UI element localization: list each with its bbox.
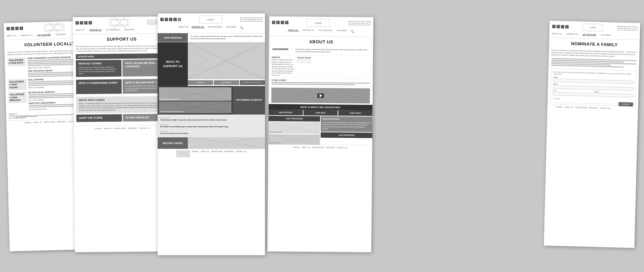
submit-button[interactable]: SUBMIT xyxy=(619,102,633,106)
social-icons-2: f t i y xyxy=(75,21,92,25)
nav3-about[interactable]: ABOUT US xyxy=(179,26,188,30)
ig3-icon[interactable]: i xyxy=(169,18,172,21)
video-player[interactable] xyxy=(271,88,370,104)
footer2-donate[interactable]: DONATE xyxy=(95,127,102,129)
nav-about[interactable]: ABOUT US xyxy=(7,35,16,37)
history-cell[interactable]: OUR HISTORY xyxy=(268,110,303,116)
page-title-4: ABOUT US xyxy=(272,39,370,45)
state-input[interactable] xyxy=(594,93,633,97)
city-input[interactable] xyxy=(553,92,592,96)
nav5-galleries[interactable]: GALLERIES xyxy=(601,34,611,36)
footer3-about[interactable]: ABOUT US xyxy=(201,150,209,157)
programs-cell[interactable]: OUR PROGRAMS xyxy=(268,116,320,122)
qual-cell: QUALIFICATIONS To qualify for Bert's Big… xyxy=(321,116,372,132)
tw-icon[interactable]: t xyxy=(80,21,83,25)
footer5-contact[interactable]: CONTACT US xyxy=(599,107,610,109)
footer4-press[interactable]: PRESS ROOM xyxy=(312,146,324,148)
instagram-icon[interactable]: i xyxy=(15,27,18,30)
yt3-icon[interactable]: y xyxy=(173,18,177,21)
footer-partners[interactable]: PARTNERS xyxy=(57,121,66,123)
footer3-partners[interactable]: PARTNERS xyxy=(225,150,234,157)
donate-text: Make an instant Credit Card donation usi… xyxy=(272,59,295,77)
shop-inkind-row: SHOP THE STORE IN-KIND WISHLIST xyxy=(76,114,168,123)
footer-3: DONATE ABOUT US PRESS ROOM PARTNERS CONT… xyxy=(158,149,265,158)
footer-donate[interactable]: DONATE xyxy=(24,122,32,124)
footer5-partners[interactable]: PARTNERS xyxy=(589,107,598,109)
play-button[interactable] xyxy=(317,93,324,98)
footer3-contact[interactable]: CONTACT US xyxy=(235,150,246,157)
footer3-donate[interactable]: DONATE xyxy=(192,150,199,157)
tw4-icon[interactable]: t xyxy=(276,21,280,24)
ig4-icon[interactable]: i xyxy=(281,21,284,24)
fb4-icon[interactable]: f xyxy=(272,21,275,24)
footer2-partners[interactable]: PARTNERS xyxy=(128,127,137,129)
partnership-btn[interactable]: PARTNERSHIP OPPORTUNITIES xyxy=(240,80,265,85)
facebook-icon[interactable]: f xyxy=(6,27,10,30)
ig-icon[interactable]: i xyxy=(84,21,88,25)
nav4-galleries[interactable]: GALLERIES xyxy=(337,29,347,33)
footer5-about[interactable]: ABOUT US xyxy=(565,106,573,108)
fb3-icon[interactable]: f xyxy=(160,18,164,21)
footer5-press[interactable]: PRESS ROOM xyxy=(575,106,587,109)
logo-text-4: LOGO xyxy=(315,21,322,24)
nav-support[interactable]: SUPPORT US xyxy=(21,34,33,36)
fb-icon[interactable]: f xyxy=(75,21,79,25)
event-descriptions: AUGUST 7TH Virtual Noon to Night - Enjoy… xyxy=(158,115,265,137)
nav4-about[interactable]: ABOUT US › xyxy=(288,29,299,33)
mailing-btn-5[interactable]: JOIN MAILING LIST xyxy=(617,26,638,31)
footer3-press[interactable]: PRESS ROOM xyxy=(211,150,223,157)
kids-cell[interactable]: OUR KIDS xyxy=(303,110,337,116)
footer2-about[interactable]: ABOUT US xyxy=(104,127,113,129)
footer-4: DONATE ABOUT US PRESS ROOM PARTNERS CONT… xyxy=(268,144,372,150)
yt4-icon[interactable]: y xyxy=(285,21,288,24)
footer4-contact[interactable]: CONTACT US xyxy=(337,146,347,148)
nav2-about[interactable]: ABOUT US xyxy=(75,29,85,31)
fb5-icon[interactable]: f xyxy=(552,25,555,28)
bba-logo-label: BBA REUNION LOGO xyxy=(269,131,282,133)
qual-label: QUALIFICATIONS xyxy=(322,118,371,121)
yt-icon[interactable]: y xyxy=(89,21,92,25)
nav5-getinvolved[interactable]: GET INVOLVED xyxy=(583,33,596,36)
volunteer-btn[interactable]: VOLUNTEER xyxy=(214,80,239,85)
search-icon[interactable]: 🔍 xyxy=(240,26,244,30)
nav3-galleries[interactable]: GALLERIES xyxy=(226,26,236,30)
footer5-donate[interactable]: DONATE xyxy=(556,106,563,108)
card-support: f t i y JOIN MAILING LIST ABOUT US › SUP… xyxy=(73,16,172,253)
logo xyxy=(44,24,64,32)
footer-about[interactable]: ABOUT US xyxy=(33,121,42,124)
form-intro-text: Also make sure to send us an email when … xyxy=(553,71,634,77)
amount-input[interactable] xyxy=(297,59,311,62)
staff-cell[interactable]: OUR STAFF xyxy=(338,110,372,116)
nav5-about[interactable]: ABOUT US xyxy=(552,33,561,35)
tw3-icon[interactable]: t xyxy=(165,18,168,21)
mailing-btn-4[interactable]: ✉ JOIN MAILING LIST xyxy=(348,21,370,26)
footer4-about[interactable]: ABOUT US xyxy=(302,146,311,148)
nav-get-involved[interactable]: GET INVOLVED xyxy=(37,34,51,36)
twitter-icon[interactable]: t xyxy=(11,27,14,30)
yt5-icon[interactable]: y xyxy=(565,25,569,29)
footer4-donate[interactable]: DONATE xyxy=(293,146,300,148)
extra3-icon[interactable]: + xyxy=(178,18,181,21)
content-area-5: If you are interested in nominating a fa… xyxy=(547,48,639,106)
youtube-icon[interactable]: y xyxy=(19,27,23,30)
tw5-icon[interactable]: t xyxy=(556,25,560,28)
nav3-support[interactable]: SUPPORT US › xyxy=(192,26,205,30)
nav2-support[interactable]: SUPPORT US xyxy=(90,29,102,31)
footer-press[interactable]: PRESS ROOM xyxy=(44,121,55,123)
nav4-support[interactable]: SUPPORT US › xyxy=(302,29,315,33)
search-icon-4[interactable]: 🔍 xyxy=(350,30,354,34)
logo-2 xyxy=(109,19,129,27)
donate-btn[interactable]: DONATE xyxy=(188,80,213,85)
event2-img: THE ATLANTA SANTA SPEEDO RUN xyxy=(159,101,231,113)
mailing-btn-3[interactable]: ✉ JOIN MAILING LIST xyxy=(240,17,262,21)
footer2-press[interactable]: PRESS ROOM xyxy=(114,127,126,129)
nav3-getinvolved[interactable]: GET INVOLVED › xyxy=(208,26,223,30)
ig5-icon[interactable]: i xyxy=(561,25,564,28)
ways-label: WAYS TO SUPPORT US xyxy=(158,42,188,86)
footer4-partners[interactable]: PARTNERS xyxy=(326,146,335,148)
card-5-header: f t i y LOGO JOIN MAILING LIST ABOUT US … xyxy=(549,21,640,40)
nav4-getinvolved[interactable]: GET INVOLVED › xyxy=(319,29,333,33)
footer2-contact[interactable]: CONTACT US xyxy=(139,127,150,129)
partners-cell[interactable]: OUR PARTNERS xyxy=(321,132,372,138)
nav5-support[interactable]: SUPPORT US xyxy=(566,33,578,35)
